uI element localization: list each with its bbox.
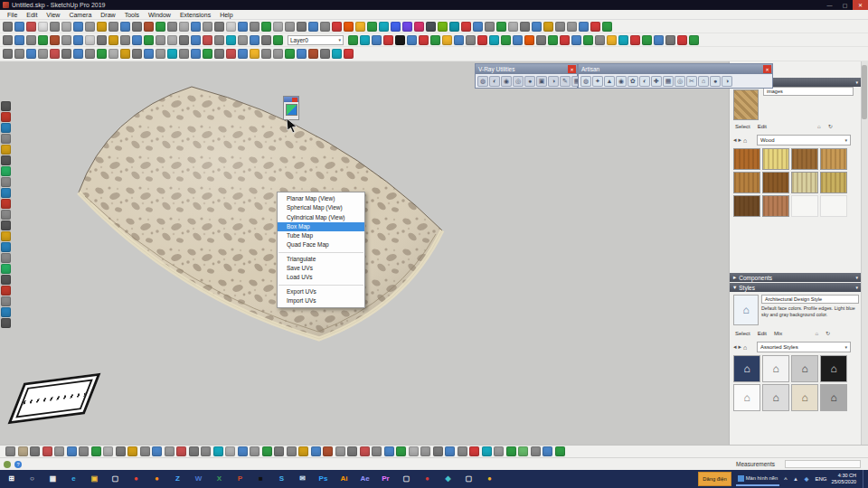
tool-icon[interactable] [14,49,24,59]
collapse-chevron-icon[interactable]: ▾ [855,275,858,280]
uv-paint-icon[interactable] [286,104,297,116]
help-icon[interactable]: ? [14,461,22,468]
tool-icon[interactable] [127,446,137,456]
tool-icon[interactable] [630,35,640,45]
tool-icon[interactable] [1,221,11,230]
artisan-tool-icon[interactable]: ◑ [722,76,732,87]
tool-icon[interactable] [344,22,354,32]
tool-icon[interactable] [97,49,107,59]
menu-help[interactable]: Help [215,12,237,18]
vray-utility-icon[interactable]: ◍ [477,76,488,87]
tool-icon[interactable] [273,49,283,59]
back-icon[interactable]: ◂ [733,343,737,351]
tool-icon[interactable] [120,35,130,45]
context-menu-item[interactable]: Cylindrical Map (View) [278,213,364,222]
tool-icon[interactable] [167,35,177,45]
tool-icon[interactable] [1,155,11,165]
tool-icon[interactable] [1,123,11,133]
style-thumbnail[interactable]: ⌂ [820,355,847,382]
tool-icon[interactable] [167,49,177,59]
tool-icon[interactable] [433,446,443,456]
tool-icon[interactable] [583,35,593,45]
menu-edit[interactable]: Edit [22,12,42,18]
tool-icon[interactable] [542,446,552,456]
tool-icon[interactable] [513,35,523,45]
refresh-icon[interactable]: ↻ [828,123,833,129]
material-swatch[interactable] [762,172,789,193]
aftereffects-icon[interactable]: Ae [359,474,371,485]
uv-mini-titlebar[interactable] [284,97,298,102]
tool-icon[interactable] [285,22,295,32]
context-menu-item[interactable]: Quad Face Map [278,240,364,249]
tool-icon[interactable] [297,49,307,59]
tool-icon[interactable] [344,49,354,59]
tool-icon[interactable] [38,22,48,32]
menu-tools[interactable]: Tools [120,12,144,18]
tool-icon[interactable] [42,446,52,456]
tool-icon[interactable] [1,134,11,144]
tab-select[interactable]: Select [735,124,750,129]
refresh-icon[interactable]: ↻ [826,330,830,336]
tool-icon[interactable] [50,49,60,59]
tool-icon[interactable] [607,35,617,45]
tool-icon[interactable] [372,35,382,45]
back-icon[interactable]: ◂ [733,136,737,144]
material-name-field[interactable]: images [763,87,854,96]
home-icon[interactable]: ⌂ [743,344,747,351]
tool-icon[interactable] [250,446,259,456]
menu-draw[interactable]: Draw [96,12,119,18]
tool-icon[interactable] [1,145,11,155]
tool-icon[interactable] [469,446,479,456]
tool-icon[interactable] [1,253,11,263]
tool-icon[interactable] [1,264,11,274]
artisan-tool-icon[interactable]: ▦ [663,76,674,87]
tool-icon[interactable] [473,22,483,32]
tool-icon[interactable] [261,35,271,45]
tool-icon[interactable] [226,35,236,45]
tool-icon[interactable] [543,22,553,32]
tool-icon[interactable] [477,35,487,45]
tray-icon[interactable]: ▲ [791,475,799,483]
tool-icon[interactable] [332,49,342,59]
tool-icon[interactable] [395,35,405,45]
chrome-icon[interactable]: ● [130,474,142,485]
photoshop-icon[interactable]: Ps [317,474,329,485]
tool-icon[interactable] [665,35,675,45]
tool-icon[interactable] [108,22,118,32]
tool-icon[interactable] [1,199,11,209]
tool-icon[interactable] [287,446,297,456]
tool-icon[interactable] [26,49,36,59]
tool-icon[interactable] [308,22,318,32]
tool-icon[interactable] [250,22,259,32]
tool-icon[interactable] [297,22,307,32]
tool-icon[interactable] [1,307,11,317]
tool-icon[interactable] [532,22,542,32]
home-icon[interactable]: ⌂ [743,137,747,144]
tool-icon[interactable] [560,35,570,45]
tool-icon[interactable] [536,35,546,45]
tool-icon[interactable] [179,22,189,32]
tool-icon[interactable] [132,49,142,59]
tool-icon[interactable] [466,35,476,45]
tool-icon[interactable] [396,446,406,456]
tool-icon[interactable] [79,446,89,456]
material-swatch[interactable] [762,148,789,170]
tool-icon[interactable] [501,35,511,45]
tool-icon[interactable] [520,22,530,32]
tool-icon[interactable] [226,49,236,59]
app-icon[interactable]: ■ [255,474,267,485]
tool-icon[interactable] [203,35,212,45]
tool-icon[interactable] [156,49,165,59]
tool-icon[interactable] [85,22,95,32]
tool-icon[interactable] [355,22,365,32]
style-thumbnail[interactable]: ⌂ [762,384,789,411]
tool-icon[interactable] [103,446,113,456]
artisan-titlebar[interactable]: Artisan ✕ [579,64,772,74]
material-swatch[interactable] [733,195,760,217]
context-menu-item[interactable]: Save UVs [278,264,364,273]
tool-icon[interactable] [402,22,412,32]
tool-icon[interactable] [50,35,60,45]
app-icon[interactable]: ▢ [463,474,475,485]
tab-edit[interactable]: Edit [758,124,767,129]
mail-icon[interactable]: ✉ [297,474,308,485]
